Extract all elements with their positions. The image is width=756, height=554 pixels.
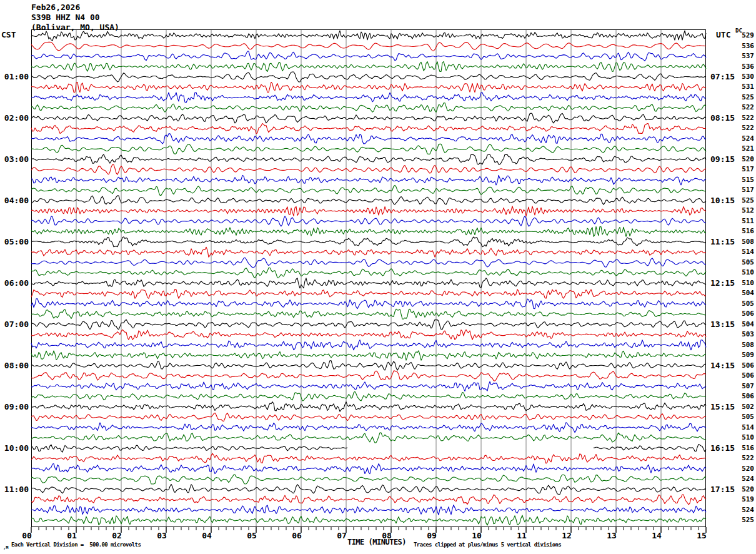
dc-value: 516 <box>738 228 754 235</box>
dc-value: 519 <box>738 496 754 503</box>
dc-value: 505 <box>738 300 754 308</box>
seismogram-trace-row-45 <box>31 485 706 495</box>
seismogram-trace-row-24 <box>31 268 706 278</box>
seismogram-trace-row-5 <box>31 72 706 82</box>
seismogram-trace-row-12 <box>31 144 706 154</box>
header-station: S39B HHZ N4 00 <box>31 13 100 23</box>
seismogram-trace-row-41 <box>31 445 706 452</box>
dc-value: 529 <box>738 32 754 39</box>
dc-value: 524 <box>738 135 754 143</box>
dc-value: 525 <box>738 516 754 524</box>
cst-hour-label: 10:00 <box>0 444 29 453</box>
seismogram-trace-row-25 <box>31 278 706 288</box>
dc-value: 522 <box>738 114 754 122</box>
dc-value: 510 <box>738 269 754 276</box>
seismogram-trace-row-9 <box>31 113 706 123</box>
dc-value: 503 <box>738 331 754 338</box>
dc-value: 508 <box>738 341 754 349</box>
seismogram-trace-row-10 <box>31 123 706 133</box>
right-axis-title-utc: UTC <box>716 30 730 39</box>
footer-right-note: Traces clipped at plus/minus 5 vertical … <box>414 541 561 548</box>
dc-value: 505 <box>738 259 754 266</box>
seismogram-trace-row-13 <box>31 154 706 164</box>
seismogram-plot <box>0 0 756 554</box>
utc-hour-label: 15:15 <box>710 403 742 411</box>
utc-hour-label: 07:15 <box>710 73 742 81</box>
utc-hour-label: 14:15 <box>710 361 742 370</box>
dc-value: 515 <box>738 176 754 184</box>
utc-hour-label: 10:15 <box>710 196 742 205</box>
dc-value: 510 <box>738 434 754 441</box>
seismogram-trace-row-14 <box>31 164 706 174</box>
x-tick-label: 00 <box>22 531 32 540</box>
seismogram-trace-row-31 <box>31 340 706 350</box>
dc-value: 506 <box>738 362 754 370</box>
dc-value: 522 <box>738 124 754 132</box>
seismogram-trace-row-15 <box>31 175 706 185</box>
seismogram-trace-row-4 <box>31 61 706 71</box>
seismogram-trace-row-35 <box>31 381 706 391</box>
dc-value: 506 <box>738 310 754 318</box>
seismogram-trace-row-27 <box>31 299 706 309</box>
dc-value: 517 <box>738 166 754 173</box>
seismogram-trace-row-30 <box>31 330 706 340</box>
cst-hour-label: 06:00 <box>0 279 29 288</box>
plot-area <box>31 29 706 533</box>
dc-value: 537 <box>738 53 754 60</box>
seismogram-trace-row-39 <box>31 423 706 433</box>
dc-value: 516 <box>738 445 754 452</box>
dc-value: 504 <box>738 321 754 328</box>
dc-value: 502 <box>738 403 754 411</box>
cst-hour-label: 03:00 <box>0 155 29 164</box>
cst-hour-label: 02:00 <box>0 114 29 123</box>
seismogram-trace-row-21 <box>31 237 706 247</box>
dc-value: 509 <box>738 351 754 359</box>
dc-value: 522 <box>738 455 754 462</box>
dc-value: 506 <box>738 393 754 400</box>
x-axis-title: TIME (MINUTES) <box>347 538 406 546</box>
left-axis-title-cst: CST <box>1 30 16 39</box>
cst-hour-label: 01:00 <box>0 73 29 81</box>
x-tick-label: 09 <box>427 531 437 540</box>
dc-value: 525 <box>738 197 754 204</box>
seismogram-trace-row-46 <box>31 495 706 505</box>
dc-value: 505 <box>738 413 754 421</box>
x-tick-label: 08 <box>382 531 392 540</box>
utc-hour-label: 12:15 <box>710 279 742 288</box>
dc-value: 524 <box>738 475 754 483</box>
header-location: (Bolivar, MO, USA) <box>31 23 119 33</box>
seismogram-trace-row-18 <box>31 206 706 216</box>
dc-value: 536 <box>738 63 754 71</box>
seismogram-trace-row-23 <box>31 258 706 268</box>
seismogram-trace-row-36 <box>31 391 706 401</box>
dc-value: 536 <box>738 43 754 50</box>
seismogram-trace-row-22 <box>31 247 706 257</box>
utc-hour-label: 16:15 <box>710 444 742 453</box>
dc-value: 524 <box>738 506 754 514</box>
cst-hour-label: 11:00 <box>0 485 29 494</box>
x-tick-label: 04 <box>202 531 212 540</box>
x-tick-label: 11 <box>517 531 527 540</box>
seismogram-trace-row-19 <box>31 216 706 226</box>
dc-value: 508 <box>738 238 754 246</box>
x-tick-label: 10 <box>472 531 482 540</box>
utc-hour-label: 09:15 <box>710 155 742 164</box>
utc-hour-label: 13:15 <box>710 320 742 329</box>
x-tick-label: 01 <box>67 531 77 540</box>
utc-hour-label: 11:15 <box>710 238 742 246</box>
seismogram-trace-row-48 <box>31 515 706 525</box>
seismogram-trace-row-47 <box>31 505 706 515</box>
header-date: Feb26,2026 <box>31 3 80 13</box>
seismogram-trace-row-17 <box>31 196 706 204</box>
seismogram-trace-row-8 <box>31 103 706 112</box>
seismogram-trace-row-7 <box>31 93 706 103</box>
seismogram-trace-row-2 <box>31 42 706 51</box>
seismogram-trace-row-32 <box>31 351 706 360</box>
seismogram-trace-row-37 <box>31 402 706 411</box>
dc-value: 504 <box>738 290 754 297</box>
dc-value: 521 <box>738 145 754 153</box>
footer-left-note: Each Vertical Division = 500.00 microvol… <box>11 541 141 548</box>
dc-value: 531 <box>738 83 754 91</box>
dc-value: 514 <box>738 248 754 256</box>
dc-value: 507 <box>738 383 754 390</box>
